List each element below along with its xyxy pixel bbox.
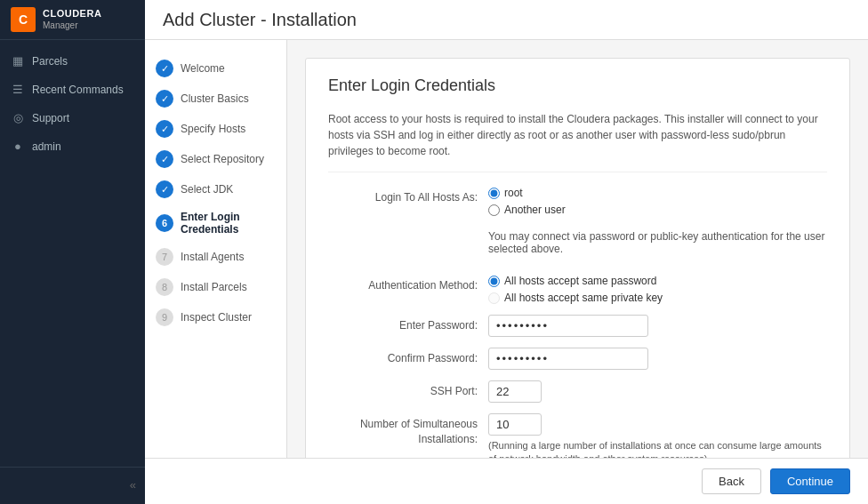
step-label-specify-hosts: Specify Hosts xyxy=(181,123,245,135)
brand-sub: Manager xyxy=(43,20,101,31)
step-badge-cluster-basics: ✓ xyxy=(156,90,173,108)
step-item-select-jdk[interactable]: ✓Select JDK xyxy=(145,174,286,204)
user-icon: ● xyxy=(11,140,25,154)
sidebar-item-parcels[interactable]: ▦Parcels xyxy=(0,47,145,76)
sim-label: Number of Simultaneous Installations: xyxy=(328,413,488,447)
step-item-install-agents[interactable]: 7Install Agents xyxy=(145,242,286,272)
page-title: Add Cluster - Installation xyxy=(163,10,357,30)
sidebar-item-admin[interactable]: ●admin xyxy=(0,132,145,161)
confirm-password-group: Confirm Password: xyxy=(328,348,827,370)
step-item-cluster-basics[interactable]: ✓Cluster Basics xyxy=(145,84,286,114)
auth-note-group: You may connect via password or public-k… xyxy=(328,227,827,264)
sidebar-item-label: Support xyxy=(32,112,69,124)
radio-password-input[interactable] xyxy=(488,276,500,287)
main-header: Add Cluster - Installation xyxy=(145,0,868,40)
form-card: Enter Login Credentials Root access to y… xyxy=(305,58,850,458)
login-options: root Another user xyxy=(488,187,827,216)
radio-private-key-input[interactable] xyxy=(488,292,500,304)
step-item-enter-login[interactable]: 6Enter Login Credentials xyxy=(145,204,286,242)
sim-hint: (Running a large number of installations… xyxy=(488,439,826,458)
step-label-welcome: Welcome xyxy=(181,62,225,75)
auth-note: You may connect via password or public-k… xyxy=(488,227,827,255)
step-badge-install-parcels: 8 xyxy=(156,278,173,296)
auth-method-group: Authentication Method: All hosts accept … xyxy=(328,275,827,304)
info-text: Root access to your hosts is required to… xyxy=(328,111,827,172)
radio-private-key-label: All hosts accept same private key xyxy=(504,292,663,304)
commands-icon: ☰ xyxy=(11,83,25,97)
auth-options: All hosts accept same password All hosts… xyxy=(488,275,827,304)
radio-root[interactable]: root xyxy=(488,187,827,199)
sidebar-item-support[interactable]: ◎Support xyxy=(0,104,145,132)
step-badge-welcome: ✓ xyxy=(156,60,173,77)
step-item-specify-hosts[interactable]: ✓Specify Hosts xyxy=(145,114,286,144)
sim-installations-input[interactable] xyxy=(488,413,542,436)
brand-name: CLOUDERA xyxy=(43,8,101,20)
step-badge-specify-hosts: ✓ xyxy=(156,120,173,138)
step-label-install-parcels: Install Parcels xyxy=(181,281,247,293)
form-panel: Enter Login Credentials Root access to y… xyxy=(287,40,868,458)
step-badge-install-agents: 7 xyxy=(156,248,173,266)
footer: Back Continue xyxy=(145,458,868,504)
radio-another-user-input[interactable] xyxy=(488,204,500,216)
step-item-select-repository[interactable]: ✓Select Repository xyxy=(145,144,286,174)
parcels-icon: ▦ xyxy=(11,54,25,68)
step-label-inspect-cluster: Inspect Cluster xyxy=(181,311,252,324)
step-badge-select-jdk: ✓ xyxy=(156,180,173,198)
password-label: Enter Password: xyxy=(328,315,488,333)
back-button[interactable]: Back xyxy=(702,468,761,494)
step-badge-select-repository: ✓ xyxy=(156,150,173,168)
auth-label: Authentication Method: xyxy=(328,275,488,293)
cloudera-logo-icon: C xyxy=(11,7,36,32)
password-group: Enter Password: xyxy=(328,315,827,337)
sidebar-nav: ▦Parcels☰Recent Commands◎Support●admin xyxy=(0,40,145,467)
sidebar-bottom: « xyxy=(0,467,145,504)
radio-another-user[interactable]: Another user xyxy=(488,204,827,216)
step-label-select-repository: Select Repository xyxy=(181,153,264,165)
steps-panel: ✓Welcome✓Cluster Basics✓Specify Hosts✓Se… xyxy=(145,40,287,458)
step-badge-inspect-cluster: 9 xyxy=(156,308,173,326)
step-item-inspect-cluster[interactable]: 9Inspect Cluster xyxy=(145,302,286,332)
continue-button[interactable]: Continue xyxy=(770,468,850,494)
step-label-enter-login: Enter Login Credentials xyxy=(181,211,276,236)
login-hosts-group: Login To All Hosts As: root Another user xyxy=(328,187,827,216)
radio-password[interactable]: All hosts accept same password xyxy=(488,275,827,287)
form-title: Enter Login Credentials xyxy=(328,76,827,95)
support-icon: ◎ xyxy=(11,111,25,125)
step-item-install-parcels[interactable]: 8Install Parcels xyxy=(145,272,286,302)
confirm-label: Confirm Password: xyxy=(328,348,488,366)
step-label-cluster-basics: Cluster Basics xyxy=(181,92,249,105)
radio-root-label: root xyxy=(504,187,523,199)
sidebar: C CLOUDERA Manager ▦Parcels☰Recent Comma… xyxy=(0,0,145,504)
ssh-label: SSH Port: xyxy=(328,380,488,399)
step-badge-enter-login: 6 xyxy=(156,214,173,232)
step-label-install-agents: Install Agents xyxy=(181,251,244,263)
login-label: Login To All Hosts As: xyxy=(328,187,488,205)
password-input[interactable] xyxy=(488,315,648,337)
step-label-select-jdk: Select JDK xyxy=(181,183,233,196)
radio-password-label: All hosts accept same password xyxy=(504,275,656,287)
step-item-welcome[interactable]: ✓Welcome xyxy=(145,53,286,84)
sidebar-item-label: Recent Commands xyxy=(32,84,124,96)
sidebar-item-label: admin xyxy=(32,140,61,153)
sidebar-item-recent-commands[interactable]: ☰Recent Commands xyxy=(0,76,145,104)
ssh-port-group: SSH Port: xyxy=(328,380,827,403)
ssh-port-input[interactable] xyxy=(488,380,542,403)
radio-root-input[interactable] xyxy=(488,188,500,199)
sidebar-item-label: Parcels xyxy=(32,55,68,68)
main-content: Add Cluster - Installation ✓Welcome✓Clus… xyxy=(145,0,868,504)
radio-private-key[interactable]: All hosts accept same private key xyxy=(488,292,827,304)
content-area: ✓Welcome✓Cluster Basics✓Specify Hosts✓Se… xyxy=(145,40,868,458)
radio-another-user-label: Another user xyxy=(504,204,566,216)
logo-text: CLOUDERA Manager xyxy=(43,8,101,30)
sidebar-logo: C CLOUDERA Manager xyxy=(0,0,145,40)
sim-installations-group: Number of Simultaneous Installations: (R… xyxy=(328,413,827,458)
sidebar-collapse-button[interactable]: « xyxy=(0,473,145,497)
confirm-password-input[interactable] xyxy=(488,348,648,370)
